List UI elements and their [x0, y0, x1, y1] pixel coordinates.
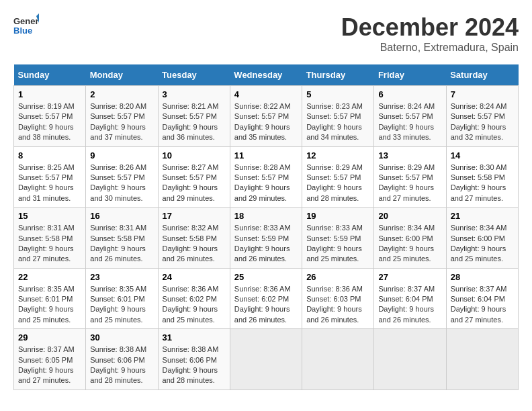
calendar-cell: 16 Sunrise: 8:31 AM Sunset: 5:58 PM Dayl… — [86, 208, 158, 269]
day-number: 6 — [378, 89, 441, 99]
day-number: 4 — [234, 89, 298, 99]
day-number: 28 — [451, 272, 514, 282]
logo: General Blue — [13, 13, 39, 39]
title-area: December 2024 Baterno, Extremadura, Spai… — [341, 13, 519, 54]
calendar-cell: 8 Sunrise: 8:25 AM Sunset: 5:57 PM Dayli… — [14, 146, 86, 208]
header-day-monday: Monday — [86, 64, 158, 86]
svg-text:Blue: Blue — [13, 26, 32, 36]
calendar-cell: 7 Sunrise: 8:24 AM Sunset: 5:57 PM Dayli… — [446, 86, 518, 147]
month-title: December 2024 — [341, 13, 519, 42]
day-number: 27 — [378, 272, 441, 282]
day-info: Sunrise: 8:29 AM Sunset: 5:57 PM Dayligh… — [378, 163, 441, 204]
day-number: 9 — [90, 150, 153, 161]
subtitle: Baterno, Extremadura, Spain — [341, 42, 519, 54]
day-number: 2 — [90, 89, 153, 99]
day-number: 23 — [90, 272, 153, 282]
calendar-cell: 24 Sunrise: 8:36 AM Sunset: 6:02 PM Dayl… — [158, 268, 230, 329]
day-number: 3 — [163, 89, 226, 99]
day-info: Sunrise: 8:30 AM Sunset: 5:58 PM Dayligh… — [451, 163, 514, 204]
calendar-cell: 1 Sunrise: 8:19 AM Sunset: 5:57 PM Dayli… — [14, 86, 86, 147]
calendar-cell — [302, 329, 374, 390]
calendar-cell: 22 Sunrise: 8:35 AM Sunset: 6:01 PM Dayl… — [14, 268, 86, 329]
day-number: 11 — [234, 150, 298, 161]
calendar-cell: 18 Sunrise: 8:33 AM Sunset: 5:59 PM Dayl… — [230, 208, 302, 269]
header-day-sunday: Sunday — [14, 64, 86, 86]
day-info: Sunrise: 8:37 AM Sunset: 6:05 PM Dayligh… — [18, 345, 81, 386]
calendar-cell: 27 Sunrise: 8:37 AM Sunset: 6:04 PM Dayl… — [374, 268, 446, 329]
calendar-cell: 25 Sunrise: 8:36 AM Sunset: 6:02 PM Dayl… — [230, 268, 302, 329]
calendar-cell — [230, 329, 302, 390]
calendar-table: SundayMondayTuesdayWednesdayThursdayFrid… — [13, 64, 519, 390]
day-number: 19 — [306, 211, 369, 221]
calendar-cell — [374, 329, 446, 390]
header-day-tuesday: Tuesday — [158, 64, 230, 86]
day-info: Sunrise: 8:38 AM Sunset: 6:06 PM Dayligh… — [90, 345, 153, 386]
svg-text:General: General — [13, 16, 39, 26]
day-info: Sunrise: 8:19 AM Sunset: 5:57 PM Dayligh… — [18, 101, 81, 143]
day-info: Sunrise: 8:28 AM Sunset: 5:57 PM Dayligh… — [234, 163, 298, 204]
day-number: 17 — [163, 211, 226, 221]
day-info: Sunrise: 8:34 AM Sunset: 6:00 PM Dayligh… — [378, 223, 441, 265]
calendar-cell: 23 Sunrise: 8:35 AM Sunset: 6:01 PM Dayl… — [86, 268, 158, 329]
week-row-4: 22 Sunrise: 8:35 AM Sunset: 6:01 PM Dayl… — [14, 268, 519, 329]
day-number: 20 — [378, 211, 441, 221]
day-number: 16 — [90, 211, 153, 221]
day-number: 5 — [306, 89, 369, 99]
header: General Blue December 2024 Baterno, Extr… — [13, 13, 519, 54]
header-day-saturday: Saturday — [446, 64, 518, 86]
day-info: Sunrise: 8:29 AM Sunset: 5:57 PM Dayligh… — [306, 163, 369, 204]
day-info: Sunrise: 8:22 AM Sunset: 5:57 PM Dayligh… — [234, 101, 298, 143]
header-day-friday: Friday — [374, 64, 446, 86]
header-day-wednesday: Wednesday — [230, 64, 302, 86]
calendar-cell: 31 Sunrise: 8:38 AM Sunset: 6:06 PM Dayl… — [158, 329, 230, 390]
logo-svg: General Blue — [13, 13, 39, 39]
day-info: Sunrise: 8:35 AM Sunset: 6:01 PM Dayligh… — [18, 284, 81, 326]
day-info: Sunrise: 8:27 AM Sunset: 5:57 PM Dayligh… — [163, 163, 226, 204]
day-info: Sunrise: 8:24 AM Sunset: 5:57 PM Dayligh… — [451, 101, 514, 143]
day-number: 12 — [306, 150, 369, 161]
day-info: Sunrise: 8:36 AM Sunset: 6:02 PM Dayligh… — [163, 284, 226, 326]
day-number: 24 — [163, 272, 226, 282]
day-info: Sunrise: 8:31 AM Sunset: 5:58 PM Dayligh… — [90, 223, 153, 265]
calendar-cell: 15 Sunrise: 8:31 AM Sunset: 5:58 PM Dayl… — [14, 208, 86, 269]
day-number: 22 — [18, 272, 81, 282]
calendar-cell: 21 Sunrise: 8:34 AM Sunset: 6:00 PM Dayl… — [446, 208, 518, 269]
day-info: Sunrise: 8:31 AM Sunset: 5:58 PM Dayligh… — [18, 223, 81, 265]
calendar-cell — [446, 329, 518, 390]
calendar-cell: 2 Sunrise: 8:20 AM Sunset: 5:57 PM Dayli… — [86, 86, 158, 147]
day-info: Sunrise: 8:35 AM Sunset: 6:01 PM Dayligh… — [90, 284, 153, 326]
calendar-cell: 13 Sunrise: 8:29 AM Sunset: 5:57 PM Dayl… — [374, 146, 446, 208]
day-info: Sunrise: 8:20 AM Sunset: 5:57 PM Dayligh… — [90, 101, 153, 143]
calendar-cell: 19 Sunrise: 8:33 AM Sunset: 5:59 PM Dayl… — [302, 208, 374, 269]
week-row-3: 15 Sunrise: 8:31 AM Sunset: 5:58 PM Dayl… — [14, 208, 519, 269]
day-info: Sunrise: 8:34 AM Sunset: 6:00 PM Dayligh… — [451, 223, 514, 265]
day-number: 8 — [18, 150, 81, 161]
day-info: Sunrise: 8:25 AM Sunset: 5:57 PM Dayligh… — [18, 163, 81, 204]
day-number: 29 — [18, 332, 81, 342]
day-number: 31 — [163, 332, 226, 342]
day-info: Sunrise: 8:33 AM Sunset: 5:59 PM Dayligh… — [234, 223, 298, 265]
day-info: Sunrise: 8:23 AM Sunset: 5:57 PM Dayligh… — [306, 101, 369, 143]
day-info: Sunrise: 8:37 AM Sunset: 6:04 PM Dayligh… — [378, 284, 441, 326]
day-info: Sunrise: 8:37 AM Sunset: 6:04 PM Dayligh… — [451, 284, 514, 326]
day-number: 15 — [18, 211, 81, 221]
header-row: SundayMondayTuesdayWednesdayThursdayFrid… — [14, 64, 519, 86]
day-info: Sunrise: 8:32 AM Sunset: 5:58 PM Dayligh… — [163, 223, 226, 265]
day-number: 26 — [306, 272, 369, 282]
day-number: 1 — [18, 89, 81, 99]
calendar-cell: 17 Sunrise: 8:32 AM Sunset: 5:58 PM Dayl… — [158, 208, 230, 269]
calendar-cell: 10 Sunrise: 8:27 AM Sunset: 5:57 PM Dayl… — [158, 146, 230, 208]
calendar-cell: 14 Sunrise: 8:30 AM Sunset: 5:58 PM Dayl… — [446, 146, 518, 208]
day-info: Sunrise: 8:24 AM Sunset: 5:57 PM Dayligh… — [378, 101, 441, 143]
calendar-cell: 26 Sunrise: 8:36 AM Sunset: 6:03 PM Dayl… — [302, 268, 374, 329]
calendar-cell: 9 Sunrise: 8:26 AM Sunset: 5:57 PM Dayli… — [86, 146, 158, 208]
calendar-cell: 3 Sunrise: 8:21 AM Sunset: 5:57 PM Dayli… — [158, 86, 230, 147]
week-row-1: 1 Sunrise: 8:19 AM Sunset: 5:57 PM Dayli… — [14, 86, 519, 147]
day-number: 7 — [451, 89, 514, 99]
day-number: 21 — [451, 211, 514, 221]
week-row-5: 29 Sunrise: 8:37 AM Sunset: 6:05 PM Dayl… — [14, 329, 519, 390]
calendar-cell: 11 Sunrise: 8:28 AM Sunset: 5:57 PM Dayl… — [230, 146, 302, 208]
header-day-thursday: Thursday — [302, 64, 374, 86]
day-info: Sunrise: 8:33 AM Sunset: 5:59 PM Dayligh… — [306, 223, 369, 265]
day-info: Sunrise: 8:21 AM Sunset: 5:57 PM Dayligh… — [163, 101, 226, 143]
